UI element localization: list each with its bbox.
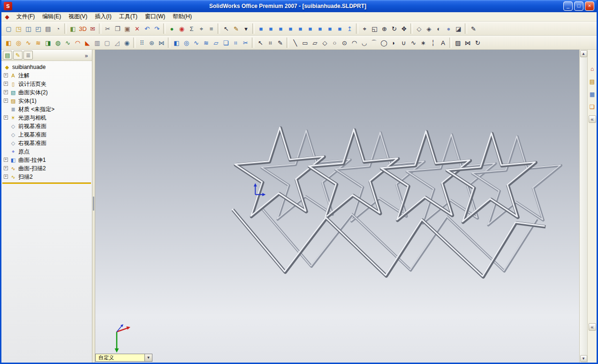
tree-root-part[interactable]: ◆ suibianhuade: [2, 63, 91, 71]
rotate-entities[interactable]: ↻: [473, 38, 483, 48]
view-dimetric[interactable]: ■: [335, 24, 345, 34]
tree-item-right-plane[interactable]: ◇ 右视基准面: [2, 139, 91, 147]
partial-ellipse-tool[interactable]: ◗: [389, 38, 399, 48]
print[interactable]: ▤: [43, 24, 53, 34]
centerline-tool[interactable]: ╎: [428, 38, 438, 48]
fillet[interactable]: ◠: [73, 38, 83, 48]
surface-sweep[interactable]: ∿: [191, 38, 201, 48]
copy[interactable]: ❐: [113, 24, 122, 34]
view-isometric[interactable]: ■: [315, 24, 325, 34]
pan[interactable]: ✥: [399, 24, 409, 34]
wireframe[interactable]: ◇: [414, 24, 424, 34]
tree-expander[interactable]: +: [4, 73, 8, 77]
print-preview[interactable]: ◔: [53, 24, 63, 34]
edrawings[interactable]: ✉: [88, 24, 98, 34]
menu-view[interactable]: 视图(V): [65, 12, 91, 21]
tree-item-sweep2[interactable]: + ∿ 扫描2: [2, 173, 91, 181]
view-palette[interactable]: ❏: [588, 103, 597, 111]
revolved-cut[interactable]: ◍: [53, 38, 63, 48]
crosshatch[interactable]: ▨: [453, 38, 463, 48]
menu-insert[interactable]: 插入(I): [91, 12, 115, 21]
surface-revolve[interactable]: ◎: [182, 38, 191, 48]
surface-extrude[interactable]: ◧: [172, 38, 182, 48]
splitter-handle[interactable]: [93, 197, 94, 211]
tangent-arc-tool[interactable]: ◡: [359, 38, 369, 48]
tree-item-surface-sweep2[interactable]: + ∿ 曲面-扫描2: [2, 164, 91, 173]
view-back[interactable]: ■: [266, 24, 276, 34]
menu-help[interactable]: 帮助(H): [169, 12, 196, 21]
select-tool[interactable]: ↖: [256, 38, 265, 48]
shaded-with-edges[interactable]: ◐: [434, 24, 444, 34]
viewport-scrollbar[interactable]: ▲ ▼: [579, 50, 587, 363]
toolbar-pen[interactable]: ✎: [469, 24, 478, 34]
parallelogram-tool[interactable]: ▱: [310, 38, 320, 48]
edit-color[interactable]: ◉: [177, 24, 187, 34]
tree-item-surface-extrude1[interactable]: + ◧ 曲面-拉伸1: [2, 156, 91, 164]
sketch-toggle[interactable]: ✎: [231, 24, 241, 34]
tree-item-design-binder[interactable]: + ▯ 设计活页夹: [2, 80, 91, 88]
parabola-tool[interactable]: ∪: [399, 38, 409, 48]
shaded[interactable]: ●: [444, 24, 454, 34]
tree-expander[interactable]: +: [4, 90, 8, 94]
tree-expander[interactable]: +: [4, 99, 8, 103]
shell[interactable]: ▢: [102, 38, 112, 48]
task-pane-collapse-button[interactable]: «: [589, 115, 596, 123]
tree-item-material[interactable]: ≣ 材质 <未指定>: [2, 105, 91, 114]
scroll-up-button[interactable]: ▲: [580, 50, 587, 57]
photoworks-render[interactable]: ◧: [68, 24, 78, 34]
solidworks-menu-icon[interactable]: ◆: [3, 14, 11, 20]
task-pane-collapse-button-lower[interactable]: «: [589, 323, 596, 331]
tree-expander[interactable]: +: [4, 82, 8, 86]
perimeter-circle-tool[interactable]: ⊙: [340, 38, 349, 48]
select[interactable]: ↖: [221, 24, 231, 34]
menu-window[interactable]: 窗口(W): [141, 12, 169, 21]
mirror-entities[interactable]: ⋈: [463, 38, 473, 48]
sketch-grid[interactable]: ⌗: [265, 38, 275, 48]
rectangle-tool[interactable]: ▭: [300, 38, 310, 48]
surface-loft[interactable]: ≋: [201, 38, 211, 48]
tree-expander[interactable]: +: [4, 166, 8, 170]
swept-boss[interactable]: ∿: [23, 38, 33, 48]
redo[interactable]: ↷: [152, 24, 162, 34]
chamfer[interactable]: ◣: [83, 38, 92, 48]
graphics-viewport[interactable]: 自定义 ▼: [95, 50, 579, 363]
design-library[interactable]: ▤: [588, 77, 597, 86]
measure[interactable]: ⌖: [197, 24, 206, 34]
point-tool[interactable]: ∗: [418, 38, 428, 48]
hidden-lines-visible[interactable]: ◈: [424, 24, 434, 34]
revolved-boss[interactable]: ◎: [14, 38, 23, 48]
three-point-arc-tool[interactable]: ⌒: [369, 38, 379, 48]
scroll-down-button[interactable]: ▼: [580, 355, 587, 362]
zoom-to-fit[interactable]: ⌖: [360, 24, 370, 34]
standard-views-dropdown[interactable]: ▾: [241, 24, 251, 34]
delete[interactable]: ✕: [132, 24, 142, 34]
file-explorer[interactable]: ▦: [588, 90, 597, 99]
menu-tools[interactable]: 工具(T): [115, 12, 141, 21]
centerpoint-arc-tool[interactable]: ◠: [349, 38, 359, 48]
maximize-button[interactable]: □: [574, 1, 583, 11]
tree-expander[interactable]: +: [4, 174, 8, 179]
paste[interactable]: ▣: [122, 24, 132, 34]
new-document[interactable]: ▢: [4, 24, 14, 34]
rebuild[interactable]: ●: [167, 24, 177, 34]
extruded-boss[interactable]: ◧: [4, 38, 14, 48]
open-document[interactable]: ◳: [14, 24, 23, 34]
tree-item-annotations[interactable]: + A 注解: [2, 71, 91, 80]
solidworks-resources[interactable]: ⌂: [588, 65, 597, 73]
tree-item-top-plane[interactable]: ◇ 上视基准面: [2, 130, 91, 139]
swept-cut[interactable]: ∿: [63, 38, 73, 48]
planar-surface[interactable]: ▱: [211, 38, 221, 48]
save[interactable]: ◫: [23, 24, 33, 34]
circular-pattern[interactable]: ⊛: [147, 38, 157, 48]
view-top[interactable]: ■: [295, 24, 305, 34]
tree-item-front-plane[interactable]: ◇ 前视基准面: [2, 122, 91, 130]
tree-expander[interactable]: +: [4, 158, 8, 162]
view-left[interactable]: ■: [276, 24, 286, 34]
minimize-button[interactable]: _: [563, 1, 573, 11]
line-tool[interactable]: ╲: [290, 38, 300, 48]
tree-expander[interactable]: +: [4, 115, 8, 120]
document-properties[interactable]: ≡: [206, 24, 216, 34]
rollback-bar[interactable]: [2, 182, 91, 184]
trim-surface[interactable]: ✂: [241, 38, 250, 48]
featuremanager-tab[interactable]: ▤: [3, 51, 12, 60]
